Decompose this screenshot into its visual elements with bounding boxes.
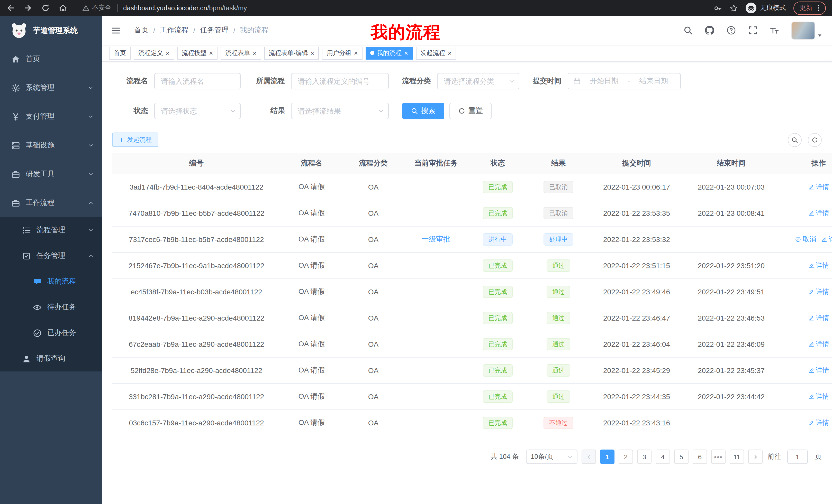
browser-menu-icon[interactable]: [814, 4, 822, 12]
user-avatar[interactable]: [791, 21, 823, 39]
header-search-icon[interactable]: [683, 26, 693, 35]
tab-home[interactable]: 首页: [109, 47, 131, 59]
detail-link[interactable]: 详情: [808, 418, 829, 427]
address-bar[interactable]: 不安全 dashboard.yudao.iocoder.cn/bpm/task/…: [82, 4, 247, 12]
sidebar-item-process-management[interactable]: 流程管理: [0, 217, 102, 243]
bookmark-star-icon[interactable]: [730, 4, 738, 12]
close-tab-icon[interactable]: ×: [354, 50, 358, 56]
tab-my-process[interactable]: 我的流程×: [366, 47, 413, 59]
result-badge: 通过: [547, 338, 570, 351]
detail-link[interactable]: 详情: [808, 287, 829, 297]
chevron-up-icon: [88, 253, 94, 259]
password-key-icon[interactable]: [714, 4, 722, 12]
status-badge: 已完成: [483, 312, 513, 324]
page-size-value: 10条/页: [531, 452, 553, 461]
sidebar-item-leave-query[interactable]: 请假查询: [0, 346, 102, 371]
browser-back-icon[interactable]: [6, 4, 15, 12]
sidebar-item-dev-tools[interactable]: 研发工具: [0, 160, 102, 189]
detail-link[interactable]: 详情: [808, 392, 829, 401]
tab-process-form-edit[interactable]: 流程表单-编辑×: [264, 47, 319, 59]
sidebar-item-todo-tasks[interactable]: 待办任务: [0, 295, 102, 320]
sidebar-item-system[interactable]: 系统管理: [0, 74, 102, 102]
create-process-button[interactable]: 发起流程: [112, 133, 158, 147]
breadcrumb-item[interactable]: 任务管理: [200, 26, 229, 35]
detail-link[interactable]: 详情: [821, 235, 832, 244]
refresh-table-button[interactable]: [808, 133, 822, 147]
update-browser-button[interactable]: 更新: [794, 1, 826, 15]
status-field: 状态: [112, 103, 241, 119]
sidebar-item-home[interactable]: 首页: [0, 45, 102, 74]
detail-link[interactable]: 详情: [808, 313, 829, 323]
cell-category: OA: [342, 226, 404, 253]
cancel-process-link[interactable]: 取消: [795, 235, 816, 244]
cell-id: 331bc281-7b9a-11ec-a290-acde48001122: [112, 384, 281, 410]
next-page-button[interactable]: [748, 450, 762, 464]
browser-reload-icon[interactable]: [41, 4, 50, 12]
detail-link[interactable]: 详情: [808, 340, 829, 349]
github-icon[interactable]: [705, 26, 714, 35]
page-2-button[interactable]: 2: [619, 450, 633, 464]
close-tab-icon[interactable]: ×: [209, 50, 213, 56]
tab-process-form[interactable]: 流程表单×: [220, 47, 261, 59]
cell-submit-time: 2022-01-23 00:06:17: [589, 174, 684, 200]
fullscreen-icon[interactable]: [748, 26, 757, 35]
process-name-field: 流程名: [112, 73, 241, 89]
close-tab-icon[interactable]: ×: [165, 50, 170, 56]
browser-forward-icon[interactable]: [24, 4, 32, 12]
close-tab-icon[interactable]: ×: [448, 50, 451, 56]
sidebar-item-label: 支付管理: [26, 112, 54, 121]
sidebar-item-my-process[interactable]: 我的流程: [0, 269, 102, 295]
help-icon[interactable]: [727, 26, 736, 35]
browser-home-icon[interactable]: [59, 4, 67, 12]
page-size-select[interactable]: 10条/页: [526, 450, 577, 464]
cell-status: 已完成: [468, 357, 527, 384]
hamburger-icon[interactable]: [111, 26, 121, 35]
current-task-link[interactable]: 一级审批: [422, 235, 450, 243]
close-tab-icon[interactable]: ×: [311, 50, 314, 56]
breadcrumb-separator: /: [193, 26, 196, 34]
detail-link[interactable]: 详情: [808, 208, 829, 218]
font-size-icon[interactable]: [770, 26, 779, 35]
toggle-search-button[interactable]: [788, 133, 802, 147]
submit-time-range-picker[interactable]: 开始日期 - 结束日期: [568, 73, 681, 89]
detail-link[interactable]: 详情: [808, 366, 829, 375]
page-3-button[interactable]: 3: [637, 450, 651, 464]
detail-link[interactable]: 详情: [808, 261, 829, 270]
page-4-button[interactable]: 4: [656, 450, 670, 464]
close-tab-icon[interactable]: ×: [404, 50, 408, 56]
more-pages-button[interactable]: •••: [711, 450, 726, 464]
tab-label: 用户分组: [327, 49, 352, 57]
result-select-input[interactable]: [291, 103, 389, 119]
cell-submit-time: 2022-01-22 23:45:29: [589, 357, 684, 384]
sidebar-item-done-tasks[interactable]: 已办任务: [0, 320, 102, 346]
tab-process-definition[interactable]: 流程定义×: [134, 47, 174, 59]
action-label: 详情: [816, 183, 829, 192]
page-5-button[interactable]: 5: [674, 450, 688, 464]
sidebar-item-workflow[interactable]: 工作流程: [0, 189, 102, 217]
reset-button[interactable]: 重置: [449, 103, 492, 119]
tab-user-group[interactable]: 用户分组×: [322, 47, 363, 59]
status-select[interactable]: [154, 103, 241, 119]
page-11-button[interactable]: 11: [730, 450, 744, 464]
tab-process-model[interactable]: 流程模型×: [177, 47, 217, 59]
breadcrumb-item[interactable]: 首页: [134, 26, 149, 35]
tab-start-process[interactable]: 发起流程×: [416, 47, 456, 59]
search-button-label: 搜索: [421, 106, 436, 116]
breadcrumb-item[interactable]: 工作流程: [160, 26, 189, 35]
prev-page-button[interactable]: [581, 450, 596, 464]
page-1-button[interactable]: 1: [600, 450, 615, 464]
category-select-input[interactable]: [437, 73, 519, 89]
search-button[interactable]: 搜索: [402, 103, 444, 119]
detail-link[interactable]: 详情: [808, 183, 829, 192]
close-tab-icon[interactable]: ×: [253, 50, 256, 56]
sidebar-item-infrastructure[interactable]: 基础设施: [0, 131, 102, 160]
status-select-input[interactable]: [154, 103, 241, 119]
sidebar-item-payment[interactable]: 支付管理: [0, 102, 102, 131]
result-select[interactable]: [291, 103, 389, 119]
parent-process-input[interactable]: [291, 73, 389, 89]
process-name-input[interactable]: [154, 73, 241, 89]
sidebar-item-task-management[interactable]: 任务管理: [0, 243, 102, 269]
category-select[interactable]: [437, 73, 519, 89]
page-6-button[interactable]: 6: [693, 450, 707, 464]
goto-page-input[interactable]: [787, 450, 808, 464]
